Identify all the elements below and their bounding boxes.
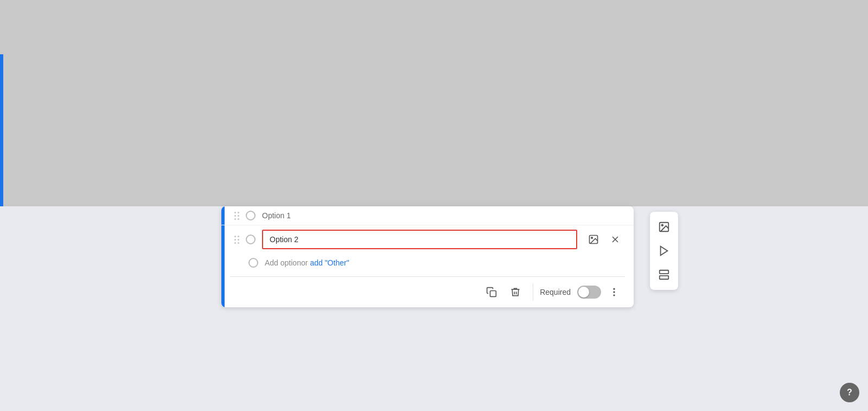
toggle-thumb [578, 287, 589, 298]
add-image-to-option-button[interactable] [584, 230, 603, 249]
help-button[interactable]: ? [840, 383, 859, 402]
more-options-button[interactable] [603, 281, 625, 303]
option1-label: Option 1 [262, 211, 291, 220]
radio-option1 [246, 211, 256, 220]
image-sidebar-icon [658, 221, 670, 233]
drag-dot [238, 239, 239, 241]
trash-icon [510, 287, 521, 298]
toggle-track [577, 286, 601, 299]
add-option-text[interactable]: Add option [265, 258, 301, 267]
drag-dot [238, 218, 239, 220]
drag-dot [234, 236, 236, 237]
required-toggle[interactable] [577, 286, 601, 299]
svg-rect-11 [660, 270, 669, 274]
svg-rect-12 [660, 276, 669, 279]
add-option-radio [248, 258, 258, 268]
drag-dot [238, 212, 239, 213]
add-other-link[interactable]: add "Other" [310, 258, 349, 267]
more-vert-icon [609, 287, 620, 298]
add-section-button[interactable] [653, 264, 675, 286]
radio-option2 [246, 235, 256, 244]
drag-dot [234, 215, 236, 217]
drag-dot [238, 215, 239, 217]
top-gray-area [0, 0, 868, 206]
required-label: Required [540, 288, 571, 296]
add-option-row: Add option or add "Other" [221, 254, 634, 276]
right-sidebar [650, 212, 678, 290]
add-image-button[interactable] [653, 216, 675, 238]
remove-option2-button[interactable] [605, 230, 625, 249]
svg-point-9 [661, 224, 663, 226]
question-card: Option 1 [221, 206, 634, 307]
option2-input[interactable] [262, 230, 577, 249]
toolbar-divider [533, 283, 533, 301]
svg-point-7 [613, 294, 615, 296]
drag-handle-option2[interactable] [234, 236, 239, 244]
option2-row [221, 225, 634, 254]
drag-dot [234, 242, 236, 244]
option2-input-wrapper [262, 230, 577, 249]
delete-button[interactable] [505, 281, 526, 303]
svg-point-1 [591, 237, 593, 239]
drag-dot [238, 236, 239, 237]
add-option-separator: or [301, 258, 308, 267]
drag-handle-option1[interactable] [234, 212, 239, 220]
svg-point-6 [613, 291, 615, 293]
drag-dot [234, 239, 236, 241]
svg-rect-4 [490, 291, 496, 297]
copy-button[interactable] [481, 281, 502, 303]
image-icon [588, 234, 599, 245]
svg-marker-10 [661, 246, 668, 256]
add-video-button[interactable] [653, 240, 675, 262]
video-sidebar-icon [658, 245, 670, 257]
help-label: ? [847, 388, 852, 397]
drag-dot [234, 212, 236, 213]
drag-dot [234, 218, 236, 220]
copy-icon [486, 287, 497, 298]
left-blue-accent [0, 54, 3, 206]
svg-point-5 [613, 288, 615, 290]
card-toolbar: Required [221, 277, 634, 307]
close-icon [610, 234, 621, 245]
drag-dot [238, 242, 239, 244]
option1-row: Option 1 [221, 206, 634, 225]
section-sidebar-icon [658, 269, 670, 281]
